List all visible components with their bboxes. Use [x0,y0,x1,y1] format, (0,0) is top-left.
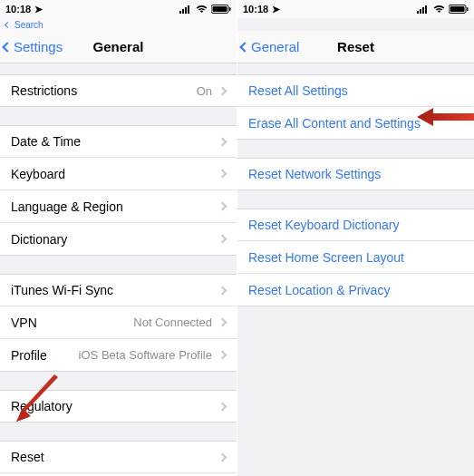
cell-label: Keyboard [11,167,65,181]
chevron-right-icon [218,286,227,295]
cell-label: Date & Time [11,134,81,149]
signal-icon [179,5,192,14]
nav-bar: General Reset [237,31,474,63]
svg-rect-2 [185,7,187,14]
cell-label: Reset All Settings [248,83,348,98]
group-reset-3: Reset Keyboard Dictionary Reset Home Scr… [237,209,474,306]
svg-rect-3 [188,5,189,14]
svg-rect-13 [450,6,465,12]
cell-label: Regulatory [11,399,73,413]
chevron-right-icon [218,137,227,146]
row-profile[interactable]: Profile iOS Beta Software Profile [0,339,237,372]
location-icon: ➤ [272,4,280,15]
cell-label: Reset Keyboard Dictionary [248,218,400,232]
cell-label: Restrictions [11,83,77,98]
back-label: General [251,39,299,54]
cell-label: Language & Region [11,199,123,214]
row-keyboard[interactable]: Keyboard [0,158,237,190]
signal-icon [417,5,430,14]
group-sync: iTunes Wi-Fi Sync VPN Not Connected Prof… [0,274,237,372]
battery-icon [211,5,231,14]
row-reset-all-settings[interactable]: Reset All Settings [237,74,474,107]
svg-rect-5 [213,6,227,12]
battery-icon [449,5,469,14]
chevron-left-icon [239,42,249,52]
cell-detail: On [197,84,212,98]
back-button[interactable]: General [237,39,299,54]
svg-rect-10 [422,7,424,14]
svg-rect-1 [182,9,184,14]
location-icon: ➤ [34,4,43,15]
nav-bar: Settings General [0,31,237,63]
row-dictionary[interactable]: Dictionary [0,223,237,256]
row-reset-keyboard[interactable]: Reset Keyboard Dictionary [237,209,474,241]
cell-label: Reset [11,450,44,464]
chevron-left-icon [2,42,12,52]
chevron-right-icon [218,452,227,461]
row-reset-network[interactable]: Reset Network Settings [237,158,474,190]
cell-label: Erase All Content and Settings [248,116,421,131]
chevron-right-icon [218,402,227,411]
chevron-right-icon [218,318,227,327]
svg-rect-14 [467,7,469,11]
back-label: Settings [14,39,63,54]
chevron-right-icon [218,170,227,179]
status-bar: 10:18 ➤ [0,0,237,18]
cell-detail: Not Connected [133,316,212,329]
status-time: 10:18 [5,4,31,15]
cell-detail: iOS Beta Software Profile [79,348,212,362]
cell-label: Reset Home Screen Layout [248,250,404,265]
group-restrictions: Restrictions On [0,74,237,107]
chevron-right-icon [218,351,227,360]
chevron-right-icon [218,202,227,211]
row-language-region[interactable]: Language & Region [0,190,237,223]
cell-label: Dictionary [11,232,67,247]
svg-rect-8 [417,11,419,14]
back-button[interactable]: Settings [0,39,63,54]
chevron-right-icon [218,86,227,95]
group-reset-2: Reset Network Settings [237,158,474,190]
row-date-time[interactable]: Date & Time [0,125,237,158]
cell-label: Profile [11,348,47,363]
cell-label: Reset Location & Privacy [248,283,390,297]
row-reset-home[interactable]: Reset Home Screen Layout [237,241,474,274]
search-hint[interactable]: Search [0,18,237,31]
row-reset[interactable]: Reset [0,441,237,473]
row-restrictions[interactable]: Restrictions On [0,74,237,107]
chevron-right-icon [218,235,227,244]
row-regulatory[interactable]: Regulatory [0,390,237,423]
status-bar: 10:18 ➤ [237,0,474,18]
row-erase-all[interactable]: Erase All Content and Settings [237,107,474,140]
row-vpn[interactable]: VPN Not Connected [0,306,237,339]
svg-rect-11 [425,5,427,14]
cell-label: Reset Network Settings [248,167,381,181]
svg-rect-0 [179,11,181,14]
cell-label: iTunes Wi-Fi Sync [11,283,113,297]
status-time: 10:18 [243,4,268,15]
wifi-icon [196,5,208,14]
group-regulatory: Regulatory [0,390,237,423]
svg-rect-6 [229,7,231,11]
screen-general: 10:18 ➤ Search Settings General Restrict… [0,0,237,476]
row-reset-location[interactable]: Reset Location & Privacy [237,274,474,306]
svg-rect-9 [420,9,421,14]
screen-reset: 10:18 ➤ . General Reset Reset All Settin… [237,0,474,476]
group-input: Date & Time Keyboard Language & Region D… [0,125,237,256]
group-reset-1: Reset All Settings Erase All Content and… [237,74,474,140]
row-itunes-wifi[interactable]: iTunes Wi-Fi Sync [0,274,237,306]
group-reset: Reset Shut Down [0,441,237,476]
cell-label: VPN [11,316,37,330]
wifi-icon [433,5,445,14]
